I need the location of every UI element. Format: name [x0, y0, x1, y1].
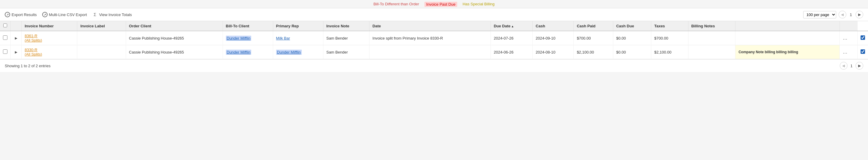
row1-primary-rep-cell: Sam Bender: [323, 31, 369, 45]
legend-bill-to: Bill-To Different than Order: [373, 2, 419, 7]
row1-bill-to-link[interactable]: Dunder Mifflin: [226, 36, 251, 41]
row2-cash-cell: $2,100.00: [574, 45, 613, 59]
row1-invoice-number-cell: 8361-R(All Splits): [22, 31, 77, 45]
page-number: 1: [849, 12, 853, 17]
row1-actions-button[interactable]: …: [843, 35, 848, 40]
sigma-icon: Σ: [92, 12, 97, 17]
row2-order-client-cell: Cassie Publishing House-49265: [126, 45, 223, 59]
multi-line-csv-label: Multi-Line CSV Export: [49, 12, 87, 17]
row2-billing-notes-cell: Company Note billing billing billing: [736, 45, 839, 59]
row2-checkbox[interactable]: [3, 50, 7, 54]
multi-line-csv-button[interactable]: ↗ Multi-Line CSV Export: [42, 12, 87, 17]
due-date-header: Due Date▲: [491, 21, 532, 31]
legend-bar: Bill-To Different than Order Invoice Pas…: [0, 0, 868, 8]
row2-invoice-number-cell: 8330-R(All Splits): [22, 45, 77, 59]
row2-expand-button[interactable]: ▶: [14, 50, 19, 55]
row2-invoice-link[interactable]: 8330-R(All Splits): [25, 47, 42, 57]
primary-rep-header: Primary Rep: [273, 21, 323, 31]
row1-actions-cell[interactable]: …: [839, 31, 857, 45]
row2-bill-to-client2-cell: Dunder Mifflin: [273, 45, 323, 59]
row2-actions-cell[interactable]: …: [839, 45, 857, 59]
select-all-header[interactable]: [0, 21, 11, 31]
footer-prev-button[interactable]: ◀: [840, 62, 847, 70]
row2-cash-paid-cell: $0.00: [613, 45, 651, 59]
legend-special-billing: Has Special Billing: [463, 2, 495, 7]
actions-header: [736, 21, 839, 31]
table-row: ▶ 8330-R(All Splits) Cassie Publishing H…: [0, 45, 868, 59]
row2-date-cell: 2024-06-26: [491, 45, 532, 59]
expand-header: [11, 21, 22, 31]
row2-checkbox-cell[interactable]: [0, 45, 11, 59]
export-icon: ↗: [5, 12, 10, 17]
view-invoice-totals-label: View Invoice Totals: [99, 12, 132, 17]
row2-due-date-cell: 2024-08-10: [533, 45, 574, 59]
row2-invoice-label-cell: [77, 45, 126, 59]
row2-checked-cell[interactable]: [858, 45, 868, 59]
invoice-label-header: Invoice Label: [77, 21, 126, 31]
row1-bill-to-client2-cell: Milk Bar: [273, 31, 323, 45]
row2-bill-to-link[interactable]: Dunder Mifflin: [226, 50, 251, 55]
row1-checkbox-cell[interactable]: [0, 31, 11, 45]
toolbar-left: ↗ Export Results ↗ Multi-Line CSV Export…: [5, 12, 803, 17]
row1-order-client-cell: Cassie Publishing House-49265: [126, 31, 223, 45]
footer-next-button[interactable]: ▶: [856, 62, 863, 70]
legend-past-due: Invoice Past Due: [425, 2, 457, 7]
row1-checked-cell[interactable]: [858, 31, 868, 45]
toolbar: ↗ Export Results ↗ Multi-Line CSV Export…: [0, 8, 868, 21]
view-invoice-totals-button[interactable]: Σ View Invoice Totals: [92, 12, 132, 17]
row1-cash-cell: $700.00: [574, 31, 613, 45]
export-results-button[interactable]: ↗ Export Results: [5, 12, 37, 17]
row1-billing-notes-cell: [736, 31, 839, 45]
row1-invoice-label-cell: [77, 31, 126, 45]
row2-bill-to-link2[interactable]: Dunder Mifflin: [276, 50, 302, 55]
row1-date-cell: 2024-07-26: [491, 31, 532, 45]
footer-pagination: ◀ 1 ▶: [840, 62, 863, 70]
row1-cash-paid-cell: $0.00: [613, 31, 651, 45]
row2-primary-rep-cell: Sam Bender: [323, 45, 369, 59]
billing-notes-header: Billing Notes: [688, 21, 736, 31]
row2-invoice-note-cell: [370, 45, 491, 59]
showing-entries: Showing 1 to 2 of 2 entries: [5, 64, 51, 68]
invoice-note-header: Invoice Note: [323, 21, 369, 31]
cash-header: Cash: [533, 21, 574, 31]
bill-to-client-header: Bill-To Client: [223, 21, 273, 31]
invoice-number-header: Invoice Number: [22, 21, 77, 31]
row1-expand-cell[interactable]: ▶: [11, 31, 22, 45]
date-header: Date: [370, 21, 491, 31]
footer-bar: Showing 1 to 2 of 2 entries ◀ 1 ▶: [0, 59, 868, 72]
table-row: ▶ 8361-R(All Splits) Cassie Publishing H…: [0, 31, 868, 45]
export-results-label: Export Results: [11, 12, 37, 17]
row2-actions-button[interactable]: …: [843, 50, 848, 55]
taxes-header: Taxes: [651, 21, 688, 31]
row2-taxes-cell: [688, 45, 736, 59]
row2-expand-cell[interactable]: ▶: [11, 45, 22, 59]
prev-page-button[interactable]: ◀: [839, 11, 846, 19]
row2-bill-to-client-cell: Dunder Mifflin: [223, 45, 273, 59]
row1-bill-to-link2[interactable]: Milk Bar: [276, 36, 290, 40]
table-header-row: Invoice Number Invoice Label Order Clien…: [0, 21, 868, 31]
row1-invoice-link[interactable]: 8361-R(All Splits): [25, 34, 42, 42]
next-page-button[interactable]: ▶: [856, 11, 863, 19]
row1-checkbox[interactable]: [3, 35, 7, 40]
row1-invoice-note-cell: Invoice split from Primary Invoice 8330-…: [370, 31, 491, 45]
cash-paid-header: Cash Paid: [574, 21, 613, 31]
order-client-header: Order Client: [126, 21, 223, 31]
due-date-sort-icon: ▲: [511, 25, 514, 28]
checkbox-header: [839, 21, 857, 31]
toolbar-right: 100 per page 10 per page 25 per page 50 …: [803, 11, 863, 19]
select-all-checkbox[interactable]: [3, 24, 7, 27]
row1-taxes-cell: [688, 31, 736, 45]
row2-checked-checkbox[interactable]: [861, 50, 865, 54]
per-page-select[interactable]: 100 per page 10 per page 25 per page 50 …: [803, 11, 836, 19]
csv-export-icon: ↗: [42, 12, 48, 17]
row2-cash-due-cell: $2,100.00: [651, 45, 688, 59]
cash-due-header: Cash Due: [613, 21, 651, 31]
row1-cash-due-cell: $700.00: [651, 31, 688, 45]
row1-expand-button[interactable]: ▶: [14, 36, 19, 40]
row1-bill-to-client-cell: Dunder Mifflin: [223, 31, 273, 45]
row1-checked-checkbox[interactable]: [861, 35, 865, 40]
invoices-table: Invoice Number Invoice Label Order Clien…: [0, 21, 868, 59]
row1-due-date-cell: 2024-09-10: [533, 31, 574, 45]
footer-page-number: 1: [849, 64, 854, 68]
